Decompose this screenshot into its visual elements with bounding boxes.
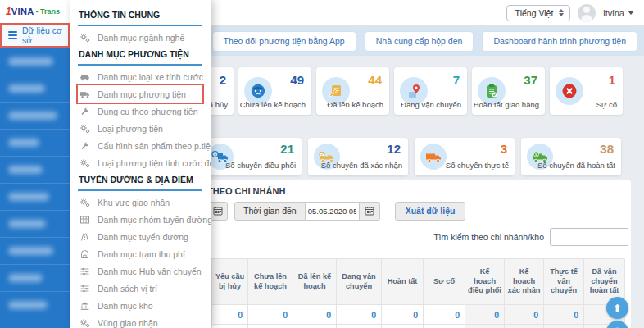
sidebar-item-redacted[interactable]	[0, 48, 70, 75]
menu-item-route-group[interactable]: Danh mục nhóm tuyến đường	[78, 211, 202, 228]
table-cell: 0	[337, 325, 382, 328]
card-value: 1	[609, 73, 615, 87]
col-header: Thực tế vận chuyển	[544, 259, 584, 305]
sidebar-item-redacted[interactable]	[0, 129, 70, 156]
sidebar-item-redacted[interactable]	[0, 237, 70, 264]
sidebar-item-redacted[interactable]	[0, 156, 70, 183]
menu-item-label: Danh mục tuyến đường	[98, 232, 188, 242]
table-row: 0 0 0 0 0 0 0 0 0 0	[212, 325, 625, 328]
menu-item-vehicle-catalog[interactable]: Danh mục phương tiện	[78, 85, 202, 102]
menu-item-road-fare-vehicle-type[interactable]: Loại phương tiện tính cước đường bộ	[78, 154, 202, 171]
card-actual-trips: 3 Số chuyến thực tế	[415, 138, 515, 175]
branch-search-input[interactable]	[550, 228, 628, 246]
menu-item-label: Vùng giao nhận	[98, 318, 158, 328]
sidebar-item-redacted[interactable]	[0, 183, 70, 210]
menu-item-vehicle-fare-type[interactable]: Danh mục loại xe tính cước	[78, 68, 202, 85]
card-label: Hoàn tất giao hàng	[474, 100, 539, 109]
menu-item-label: Danh mục loại xe tính cước	[98, 72, 203, 82]
table-cell: 0	[382, 305, 424, 325]
calendar-icon	[213, 206, 223, 216]
table-cell: 0	[248, 325, 293, 328]
menu-item-label: Loại phương tiện	[98, 124, 163, 134]
menu-item-vehicle-type[interactable]: Loại phương tiện	[78, 120, 202, 137]
language-select[interactable]: Tiếng Việt	[506, 5, 571, 21]
card-label: Số chuyến đã hoàn tất	[537, 161, 615, 170]
card-label: Chưa lên kế hoạch	[240, 100, 306, 109]
truck-icon	[79, 89, 91, 99]
menu-item-product-config[interactable]: Cấu hình sản phẩm theo p.tiện	[78, 137, 202, 154]
wrench-icon	[79, 140, 91, 151]
col-header: Yêu cầu bị hủy	[212, 259, 248, 305]
table-cell: 0	[424, 305, 465, 325]
menu-item-label: Khu vực giao nhận	[98, 198, 170, 207]
card-value: 44	[368, 73, 382, 87]
menu-item-transport-hub[interactable]: Danh mục Hub vận chuyển	[78, 262, 202, 280]
branch-panel-title: THEO CHI NHÁNH	[207, 186, 285, 196]
card-label: Số chuyến đã xác nhận	[321, 161, 402, 170]
table-cell: 0	[465, 325, 505, 328]
sidebar-item-redacted[interactable]	[0, 210, 70, 237]
user-avatar[interactable]	[578, 4, 596, 22]
user-menu[interactable]: itvina	[603, 8, 634, 18]
status-cards-row: 2 Đã hủy 49 Chưa lên kế hoạch 44 Đã lên …	[161, 67, 623, 115]
menu-item-route-catalog[interactable]: Danh mục tuyến đường	[78, 228, 202, 245]
menu-item-industry-catalog[interactable]: Danh mục ngành nghề	[78, 29, 202, 46]
export-data-button[interactable]: Xuất dữ liệu	[395, 202, 466, 221]
menu-item-toll-station[interactable]: Danh mục trạm thu phí	[78, 245, 202, 262]
card-value: 7	[453, 73, 460, 87]
menu-item-delivery-area[interactable]: Khu vực giao nhận	[78, 194, 202, 211]
card-value: 49	[290, 73, 304, 87]
card-value: 2	[220, 73, 226, 87]
menu-item-warehouse-catalog[interactable]: Danh mục kho	[78, 297, 202, 314]
base-data-dropdown-menu: THÔNG TIN CHUNG Danh mục ngành nghề DANH…	[70, 0, 211, 328]
car-icon	[79, 71, 91, 82]
x-circle-icon	[556, 77, 583, 105]
sidebar-item-redacted[interactable]	[0, 75, 70, 102]
menu-section-header: TUYẾN ĐƯỜNG & ĐỊA ĐIỂM	[79, 175, 202, 184]
menu-item-label: Loại phương tiện tính cước đường bộ	[98, 158, 211, 168]
card-label: Đã lên kế hoạch	[327, 100, 383, 109]
trip-cards-row: 21 Số chuyến điều phối 12 Số chuyến đã x…	[202, 138, 621, 175]
to-date-calendar-button[interactable]	[360, 202, 380, 221]
branch-search-label: Tìm kiếm theo chi nhánh/kho	[433, 232, 544, 242]
table-cell: 0	[544, 325, 584, 328]
sidebar-item-redacted[interactable]	[0, 102, 70, 129]
sidebar-item-base-data[interactable]: Dữ liệu cơ sở	[0, 23, 70, 48]
gears-icon	[79, 317, 91, 328]
card-label: Số chuyến thực tế	[446, 161, 509, 170]
menu-item-location-list[interactable]: Danh sách vị trí	[78, 280, 202, 297]
gears-icon	[79, 197, 91, 207]
road-icon	[79, 231, 91, 242]
calendar-icon	[365, 206, 374, 216]
gears-icon	[79, 32, 91, 43]
tab-blackbox-provider[interactable]: Nhà cung cấp hộp đen	[365, 31, 474, 52]
tab-track-by-app[interactable]: Theo dõi phương tiện bằng App	[212, 31, 356, 52]
section-divider	[78, 189, 202, 191]
col-header: Kế hoạch điều phối	[465, 259, 505, 305]
menu-item-label: Danh mục ngành nghề	[98, 33, 184, 43]
table-cell: 0	[382, 325, 424, 328]
section-divider	[78, 25, 202, 26]
sidebar-item-redacted[interactable]	[0, 264, 70, 291]
card-value: 38	[600, 142, 614, 156]
gears-icon	[79, 157, 91, 168]
sidebar-item-redacted[interactable]	[0, 291, 70, 318]
select-arrows-icon	[559, 9, 564, 16]
gears-icon	[79, 123, 91, 134]
sliders-icon	[79, 266, 91, 276]
menu-item-label: Cấu hình sản phẩm theo p.tiện	[98, 141, 211, 151]
logo-name: VINA	[11, 7, 34, 16]
table-cell: 0	[465, 305, 505, 325]
menu-item-delivery-region[interactable]: Vùng giao nhận	[78, 314, 202, 328]
list-icon	[8, 31, 17, 39]
card-dispatched-trips: 21 Số chuyến điều phối	[202, 138, 302, 175]
card-unplanned: 49 Chưa lên kế hoạch	[238, 67, 311, 115]
table-cell: 0	[505, 305, 544, 325]
toll-booth-icon	[79, 248, 91, 259]
to-date-input[interactable]	[306, 202, 360, 221]
menu-item-label: Danh mục phương tiện	[98, 89, 186, 99]
tab-journey-dashboard[interactable]: Dashboard hành trình phương tiện	[482, 31, 637, 52]
bank-icon	[79, 300, 91, 311]
scroll-up-button[interactable]	[606, 297, 628, 319]
menu-item-vehicle-tools[interactable]: Dụng cụ theo phương tiện	[78, 102, 202, 120]
